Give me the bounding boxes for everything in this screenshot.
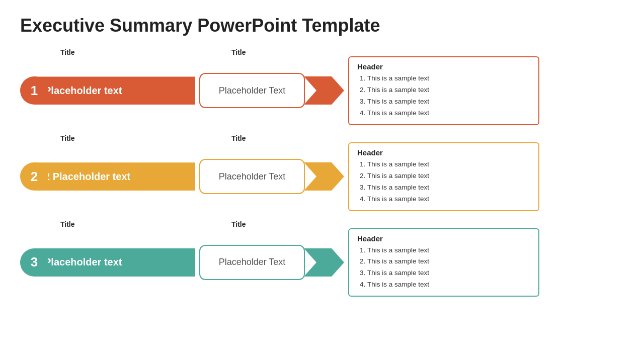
detail-item-3-1: This is a sample text [367, 245, 530, 256]
row-section-1: Title Title 1 Placeholder text Placehold… [20, 48, 624, 125]
middle-box-3: Placeholder Text [199, 245, 305, 280]
detail-item-2-2: This is a sample text [367, 170, 530, 182]
label-right-2: Title [226, 134, 327, 142]
svg-marker-1 [304, 162, 344, 191]
detail-item-1-1: This is a sample text [367, 73, 530, 84]
detail-item-3-2: This is a sample text [367, 256, 530, 267]
label-row-1: Title Title [20, 48, 624, 56]
detail-box-1: Header This is a sample textThis is a sa… [348, 56, 539, 125]
circle-badge-2: 2 [20, 162, 48, 191]
detail-item-2-3: This is a sample text [367, 182, 530, 194]
detail-item-1-4: This is a sample text [367, 108, 530, 119]
detail-list-2: This is a sample textThis is a sample te… [357, 159, 530, 205]
detail-item-1-3: This is a sample text [367, 96, 530, 108]
detail-list-3: This is a sample textThis is a sample te… [357, 245, 530, 291]
svg-marker-0 [304, 76, 344, 105]
detail-item-1-2: This is a sample text [367, 84, 530, 96]
label-left-1: Title [60, 48, 226, 56]
detail-header-1: Header [357, 62, 530, 71]
detail-header-3: Header [357, 234, 530, 243]
detail-box-2: Header This is a sample textThis is a sa… [348, 142, 539, 211]
arrow-connector-2 [304, 162, 344, 191]
middle-box-2: Placeholder Text [199, 159, 305, 194]
middle-box-1: Placeholder Text [199, 73, 305, 108]
rows-container: Title Title 1 Placeholder text Placehold… [20, 48, 624, 297]
page-title: Executive Summary PowerPoint Template [20, 15, 624, 36]
arrow-row-1: 1 Placeholder text Placeholder Text Head… [20, 56, 624, 125]
detail-item-2-4: This is a sample text [367, 194, 530, 205]
arrow-row-2: 2 2 Placeholder text Placeholder Text He… [20, 142, 624, 211]
arrow-connector-3 [304, 248, 344, 277]
circle-badge-3: 3 [20, 248, 48, 277]
detail-item-2-1: This is a sample text [367, 159, 530, 170]
arrow-banner-1: Placeholder text [34, 76, 195, 105]
arrow-connector-1 [304, 76, 344, 105]
label-left-2: Title [60, 134, 226, 142]
label-row-3: Title Title [20, 220, 624, 228]
arrow-row-3: 3 Placeholder text Placeholder Text Head… [20, 228, 624, 297]
detail-item-3-3: This is a sample text [367, 267, 530, 279]
row-section-2: Title Title 2 2 Placeholder text Placeho… [20, 134, 624, 211]
label-right-3: Title [226, 220, 327, 228]
svg-marker-2 [304, 248, 344, 277]
label-right-1: Title [226, 48, 327, 56]
arrow-banner-3: Placeholder text [34, 248, 195, 277]
arrow-banner-2: 2 Placeholder text [34, 162, 195, 191]
detail-box-3: Header This is a sample textThis is a sa… [348, 228, 539, 297]
detail-list-1: This is a sample textThis is a sample te… [357, 73, 530, 119]
detail-item-3-4: This is a sample text [367, 279, 530, 291]
label-left-3: Title [60, 220, 226, 228]
detail-header-2: Header [357, 148, 530, 157]
label-row-2: Title Title [20, 134, 624, 142]
circle-badge-1: 1 [20, 76, 48, 105]
row-section-3: Title Title 3 Placeholder text Placehold… [20, 220, 624, 297]
